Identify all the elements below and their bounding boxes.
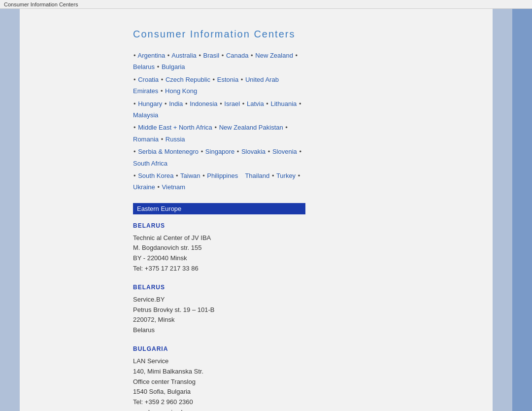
sidebar-right-content — [320, 9, 493, 411]
link-ukraine[interactable]: Ukraine — [133, 183, 155, 191]
sidebar-left-blue — [0, 9, 20, 411]
link-croatia[interactable]: Croatia — [138, 76, 159, 83]
link-serbia[interactable]: Serbia & Montenegro — [138, 148, 199, 155]
section-header-eastern-europe: Eastern Europe — [133, 203, 305, 214]
link-latvia[interactable]: Latvia — [247, 100, 264, 107]
link-line-1: • Argentina • Australia • Brasil • Canad… — [133, 50, 305, 73]
entry-belarus-2: BELARUS Service.BY Petrus Brovky st. 19 … — [133, 284, 305, 336]
link-russia[interactable]: Russia — [166, 136, 185, 143]
link-singapore[interactable]: Singapore — [205, 148, 234, 155]
link-line-6: • South Korea • Taiwan • Philippines Tha… — [133, 170, 305, 193]
country-title-bulgaria: BULGARIA — [133, 345, 305, 352]
link-middle-east[interactable]: Middle East + North Africa — [138, 124, 212, 131]
navigation-links: • Argentina • Australia • Brasil • Canad… — [133, 50, 305, 193]
link-argentina[interactable]: Argentina — [137, 52, 165, 59]
link-hungary[interactable]: Hungary — [138, 100, 162, 107]
link-slovenia[interactable]: Slovenia — [272, 148, 297, 155]
link-bulgaria-nav[interactable]: Bulgaria — [162, 63, 185, 70]
link-belarus-nav[interactable]: Belarus — [133, 63, 155, 70]
link-india[interactable]: India — [169, 100, 183, 107]
link-estonia[interactable]: Estonia — [217, 76, 238, 83]
country-title-belarus-2: BELARUS — [133, 284, 305, 291]
link-line-3: • Hungary • India • Indonesia • Israel •… — [133, 98, 305, 121]
link-canada[interactable]: Canada — [226, 52, 249, 59]
link-line-4: • Middle East + North Africa • New Zeala… — [133, 122, 305, 145]
link-nz-pakistan[interactable]: New Zealand Pakistan — [219, 124, 283, 131]
link-vietnam[interactable]: Vietnam — [162, 183, 185, 191]
link-philippines[interactable]: Philippines — [207, 172, 238, 179]
link-slovakia[interactable]: Slovakia — [241, 148, 266, 155]
link-australia[interactable]: Australia — [171, 52, 197, 59]
link-line-2: • Croatia • Czech Republic • Estonia • U… — [133, 74, 305, 97]
link-south-korea[interactable]: South Korea — [138, 172, 173, 179]
sidebar-left-inner — [20, 9, 118, 411]
link-romania[interactable]: Romania — [133, 136, 159, 143]
link-line-5: • Serbia & Montenegro • Singapore • Slov… — [133, 146, 305, 169]
link-new-zealand-1[interactable]: New Zealand — [255, 52, 293, 59]
sidebar-right-light — [493, 9, 512, 411]
link-malaysia[interactable]: Malaysia — [133, 111, 158, 119]
sidebar-right-dark — [512, 9, 532, 411]
entry-bulgaria: BULGARIA LAN Service 140, Mimi Balkanska… — [133, 345, 305, 411]
link-israel[interactable]: Israel — [224, 100, 240, 107]
link-indonesia[interactable]: Indonesia — [190, 100, 217, 107]
link-brasil[interactable]: Brasil — [203, 52, 220, 59]
browser-tab: Consumer Information Centers — [0, 0, 532, 9]
link-czech-republic[interactable]: Czech Republic — [166, 76, 210, 83]
page-title: Consumer Information Centers — [133, 29, 305, 40]
link-taiwan[interactable]: Taiwan — [180, 172, 200, 179]
link-turkey[interactable]: Turkey — [276, 172, 296, 179]
main-content: Consumer Information Centers • Argentina… — [118, 9, 320, 411]
link-south-africa[interactable]: South Africa — [133, 160, 167, 167]
link-hong-kong[interactable]: Hong Kong — [165, 87, 197, 95]
link-lithuania[interactable]: Lithuania — [270, 100, 297, 107]
country-title-belarus-1: BELARUS — [133, 222, 305, 229]
entry-belarus-1: BELARUS Technic al Center of JV IBA M. B… — [133, 222, 305, 274]
link-thailand[interactable]: Thailand — [245, 172, 269, 179]
